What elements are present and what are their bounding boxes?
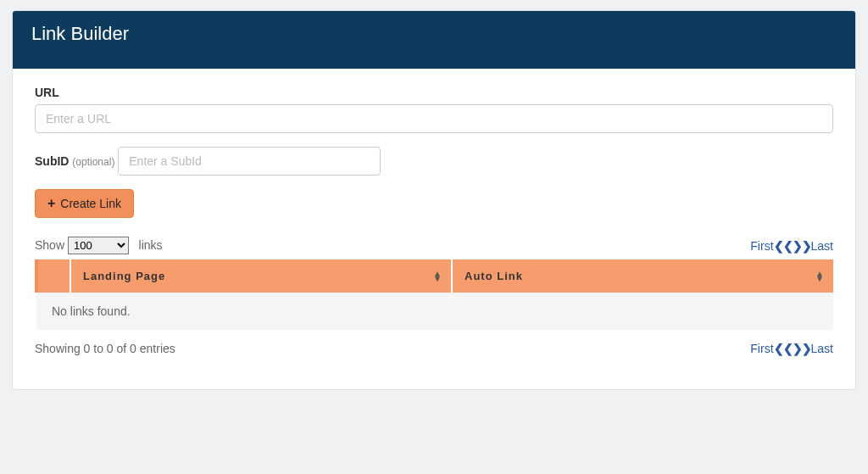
create-link-label: Create Link — [60, 197, 121, 210]
pager-next-icon[interactable]: ❯❯ — [793, 239, 811, 253]
panel-header: Link Builder — [13, 11, 855, 69]
table-controls-top: Show 100 links First❮❮❯❯Last — [35, 237, 833, 254]
url-form-group: URL — [35, 86, 833, 133]
plus-icon: + — [47, 197, 55, 210]
sort-icon[interactable]: ▲▼ — [815, 271, 825, 282]
show-suffix: links — [139, 238, 163, 252]
link-builder-panel: Link Builder URL SubID (optional) + Crea… — [12, 10, 856, 390]
horizontal-scrollbar[interactable] — [35, 364, 833, 377]
column-auto-link[interactable]: Auto Link ▲▼ — [452, 259, 833, 293]
subid-label-text: SubID — [35, 154, 69, 168]
pager-last[interactable]: Last — [811, 239, 833, 253]
column-landing-page[interactable]: Landing Page ▲▼ — [70, 259, 452, 293]
links-table: Landing Page ▲▼ Auto Link ▲▼ No l — [35, 259, 833, 330]
pager-prev-icon[interactable]: ❮❮ — [774, 342, 793, 355]
table-footer: Showing 0 to 0 of 0 entries First❮❮❯❯Las… — [35, 342, 833, 355]
pager-next-icon[interactable]: ❯❯ — [793, 342, 811, 355]
subid-label: SubID (optional) — [35, 154, 114, 168]
panel-body: URL SubID (optional) + Create Link Show … — [13, 69, 855, 389]
url-input[interactable] — [35, 104, 833, 133]
pager-top: First❮❮❯❯Last — [750, 239, 833, 253]
sort-icon[interactable]: ▲▼ — [433, 271, 442, 282]
subid-input[interactable] — [118, 147, 381, 176]
page-length-select[interactable]: 100 — [68, 237, 129, 254]
column-auto-link-label: Auto Link — [465, 270, 523, 282]
show-prefix: Show — [35, 238, 64, 252]
column-landing-page-label: Landing Page — [83, 270, 165, 282]
url-label: URL — [35, 86, 59, 99]
pager-last[interactable]: Last — [811, 342, 833, 355]
pager-bottom: First❮❮❯❯Last — [750, 342, 833, 355]
table-info: Showing 0 to 0 of 0 entries — [35, 342, 175, 355]
pager-prev-icon[interactable]: ❮❮ — [774, 239, 793, 253]
pager-first[interactable]: First — [750, 239, 773, 253]
panel-title: Link Builder — [31, 23, 129, 44]
table-length-control: Show 100 links — [35, 237, 163, 254]
column-spacer — [36, 259, 70, 293]
pager-first[interactable]: First — [750, 342, 773, 355]
subid-form-group: SubID (optional) — [35, 147, 833, 176]
table-row: No links found. — [36, 293, 833, 330]
create-link-button[interactable]: + Create Link — [35, 189, 134, 218]
empty-message: No links found. — [36, 293, 833, 330]
subid-optional: (optional) — [72, 156, 114, 168]
